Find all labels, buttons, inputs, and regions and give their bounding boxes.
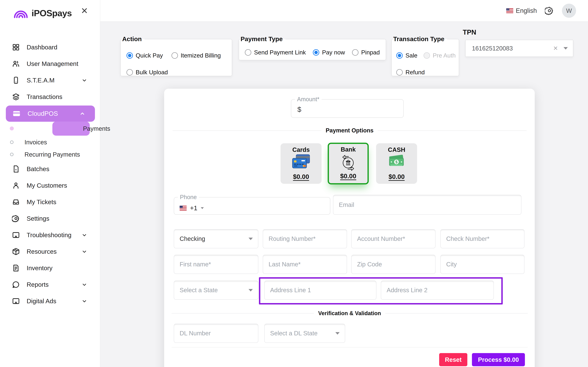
transaction-type-legend: Transaction Type [393, 35, 447, 43]
tpn-label: TPN [463, 28, 476, 36]
radio-icon [127, 69, 133, 75]
card-icon [12, 109, 21, 118]
sidebar-item-label: Recurring Payments [25, 151, 80, 158]
sidebar-item-label: S.T.E.A.M [27, 77, 54, 84]
email-input[interactable]: Email [333, 195, 521, 215]
radio-sale[interactable]: Sale [396, 52, 417, 59]
users-icon [12, 60, 20, 68]
sidebar-item-label: Invoices [25, 139, 47, 146]
radio-icon [352, 49, 358, 56]
sidebar-item-label: Digital Ads [27, 298, 56, 305]
person-icon [12, 182, 20, 190]
payments-pill[interactable]: Payments [52, 122, 90, 136]
sidebar-subitem-payments[interactable]: Payments [0, 121, 100, 136]
radio-send-payment-link[interactable]: Send Payment Link [245, 49, 306, 56]
radio-pay-now[interactable]: Pay now [313, 49, 345, 56]
main-content: Action Quick Pay Itemized Billing Bulk U… [100, 21, 588, 367]
ad-screen-icon [12, 297, 20, 305]
caret-down-icon [563, 47, 568, 50]
sidebar-item-my-customers[interactable]: My Customers [0, 177, 100, 194]
payment-type-legend: Payment Type [240, 35, 285, 43]
close-sidebar-icon[interactable]: ✕ [81, 6, 88, 16]
tile-cards[interactable]: Cards $0.00 [281, 143, 321, 184]
sidebar-item-label: Settings [27, 215, 49, 222]
zip-code-input[interactable]: Zip Code [351, 255, 435, 274]
dl-number-input[interactable]: DL Number [174, 324, 258, 343]
sidebar-item-troubleshooting[interactable]: Troubleshooting [0, 227, 100, 243]
first-name-input[interactable]: First name* [174, 255, 258, 274]
sidebar-item-batches[interactable]: Batches [0, 161, 100, 177]
state-select[interactable]: Select a State [174, 281, 258, 300]
clear-icon[interactable]: ✕ [553, 45, 558, 52]
phone-field[interactable]: Phone +1 [174, 194, 330, 215]
sidebar-item-transactions[interactable]: Transactions [0, 89, 100, 105]
account-number-input[interactable]: Account Number* [351, 229, 435, 248]
action-legend: Action [121, 35, 145, 43]
sidebar-item-reports[interactable]: Reports [0, 276, 100, 293]
chevron-down-icon [81, 77, 88, 84]
last-name-input[interactable]: Last Name* [263, 255, 347, 274]
routing-number-input[interactable]: Routing Number* [263, 229, 347, 248]
country-code-selector[interactable]: +1 [180, 204, 204, 212]
sidebar-item-label: Payments [83, 125, 110, 132]
sidebar-item-user-management[interactable]: User Management [0, 56, 100, 72]
sidebar-item-label: Troubleshooting [27, 232, 71, 239]
brand-logo: iPOSpays [13, 8, 72, 18]
radio-selected-icon [127, 52, 133, 59]
sidebar-item-label: CloudPOS [27, 110, 58, 117]
chevron-down-icon [81, 232, 88, 238]
chevron-down-icon [81, 298, 88, 304]
layers-icon [12, 93, 20, 101]
payment-options-divider: Payment Options [173, 127, 527, 134]
sidebar-item-label: My Tickets [27, 199, 56, 206]
process-button[interactable]: Process $0.00 [472, 353, 525, 366]
radio-icon [245, 49, 251, 56]
tile-bank[interactable]: Bank $0.00 [328, 143, 369, 184]
action-group: Action Quick Pay Itemized Billing Bulk U… [120, 35, 232, 76]
sidebar-subitem-invoices[interactable]: Invoices [0, 136, 100, 149]
language-selector[interactable]: English [506, 7, 537, 14]
sidebar-subitem-recurring-payments[interactable]: Recurring Payments [0, 148, 100, 161]
caret-down-icon [335, 332, 340, 334]
sidebar-item-dashboard[interactable]: Dashboard [0, 39, 100, 56]
sidebar-item-resources[interactable]: Resources [0, 243, 100, 260]
reset-button[interactable]: Reset [439, 353, 467, 366]
rainbow-logo-icon [13, 8, 28, 18]
radio-pre-auth[interactable]: Pre Auth [424, 52, 456, 59]
amount-field[interactable]: Amount* $ [291, 96, 404, 118]
sidebar-item-label: Resources [27, 248, 57, 255]
radio-refund[interactable]: Refund [396, 69, 425, 76]
user-avatar[interactable]: W [562, 4, 576, 18]
sidebar-item-inventory[interactable]: Inventory [0, 260, 100, 276]
sidebar-item-label: Dashboard [27, 44, 57, 51]
account-type-select[interactable]: Checking [174, 229, 258, 248]
city-input[interactable]: City [440, 255, 524, 274]
radio-itemized-billing[interactable]: Itemized Billing [172, 52, 221, 59]
sidebar-item-steam[interactable]: S.T.E.A.M [0, 72, 100, 89]
address-line1-input[interactable]: Address Line 1 [264, 281, 376, 300]
tile-cash[interactable]: CASH $ $0.00 [376, 143, 417, 184]
screen-share-icon [12, 231, 20, 239]
caret-down-icon [201, 207, 204, 209]
radio-bulk-upload[interactable]: Bulk Upload [127, 69, 168, 76]
sidebar-item-my-tickets[interactable]: My Tickets [0, 194, 100, 210]
sidebar-item-label: Inventory [27, 265, 52, 272]
sidebar-item-digital-ads[interactable]: Digital Ads [0, 293, 100, 309]
brand-name: iPOSpays [32, 8, 72, 18]
check-number-input[interactable]: Check Number* [440, 229, 524, 248]
footer-divider [172, 347, 528, 347]
settings-gear-icon[interactable] [545, 6, 554, 15]
address-line2-input[interactable]: Address Line 2 [381, 281, 494, 300]
radio-quick-pay[interactable]: Quick Pay [127, 52, 163, 59]
sidebar-item-cloudpos[interactable]: CloudPOS [6, 106, 95, 122]
svg-text:$: $ [395, 160, 398, 164]
file-minus-icon [12, 165, 20, 173]
tpn-select[interactable]: 161625120083 ✕ [465, 40, 573, 57]
radio-pinpad[interactable]: Pinpad [352, 49, 380, 56]
verification-title: Verification & Validation [318, 310, 381, 317]
sidebar-item-settings[interactable]: Settings [0, 210, 100, 227]
chat-bubble-icon [12, 281, 20, 289]
chevron-down-icon [81, 248, 88, 255]
bullet-icon [10, 153, 13, 156]
dl-state-select[interactable]: Select a DL State [264, 324, 345, 343]
